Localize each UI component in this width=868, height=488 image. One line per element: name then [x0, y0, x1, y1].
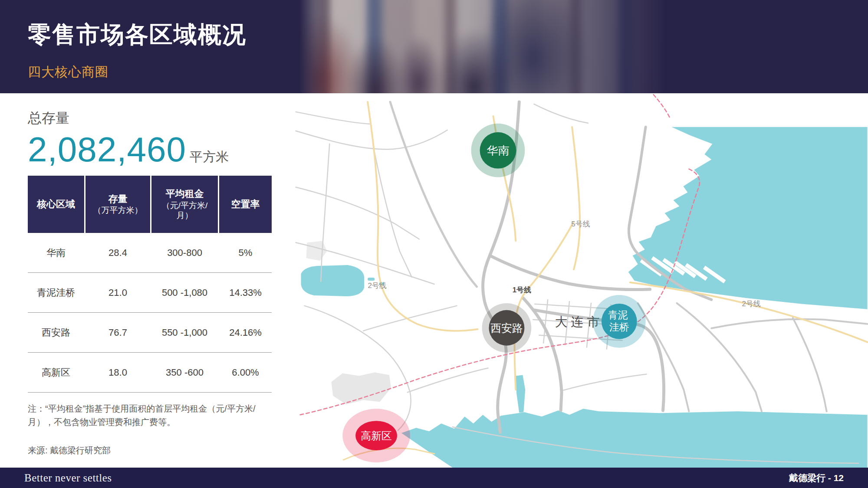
line2-west-label: 2号线	[368, 282, 386, 290]
marker-xianlu: 西安路	[482, 303, 532, 353]
marker-label: 青泥 洼桥	[608, 309, 631, 333]
cell-stock: 18.0	[85, 353, 150, 392]
col-header-rent: 平均租金 （元/平方米/月）	[151, 176, 218, 233]
total-stock-label: 总存量	[28, 109, 282, 128]
cell-stock: 28.4	[85, 233, 150, 272]
footnote: 注：“平均租金”指基于使用面积的首层平均租金（元/平方米/月），不包含物业管理费…	[28, 402, 270, 429]
source-note: 来源: 戴德梁行研究部	[28, 445, 282, 456]
line2-east-label: 2号线	[742, 300, 760, 308]
marker-label: 华南	[487, 144, 510, 157]
total-stock-value: 2,082,460	[28, 131, 186, 168]
pond	[368, 278, 375, 281]
market-table: 核心区域 存量 （万平方米） 平均租金 （元/平方米/月） 空置率	[28, 176, 272, 393]
page-title: 零售市场各区域概况	[28, 19, 247, 51]
stats-panel: 总存量 2,082,460 平方米 核心区域 存量 （万平方米） 平均租金	[28, 109, 282, 456]
col-header-rent-label: 平均租金	[166, 188, 204, 200]
col-header-stock-label: 存量	[108, 193, 128, 206]
marker-gaoxin: 高新区	[342, 409, 410, 462]
marker-label: 高新区	[361, 430, 392, 442]
col-header-vacancy: 空置率	[219, 176, 272, 233]
col-header-vacancy-label: 空置率	[231, 198, 260, 211]
col-header-stock-unit: （万平方米）	[93, 205, 143, 216]
cell-vacancy: 5%	[219, 233, 272, 272]
table-row: 华南 28.4 300-800 5%	[28, 233, 272, 273]
col-header-area: 核心区域	[28, 176, 84, 233]
cell-area: 西安路	[28, 313, 84, 352]
marker-huanan: 华南	[471, 124, 525, 177]
cell-rent: 550 -1,000	[151, 313, 218, 352]
cell-rent: 300-800	[151, 233, 218, 272]
marker-label: 西安路	[490, 322, 523, 334]
cell-vacancy: 6.00%	[219, 353, 272, 392]
header-photo	[299, 0, 673, 93]
col-header-rent-unit: （元/平方米/月）	[158, 200, 212, 221]
cell-vacancy: 14.33%	[219, 273, 272, 312]
cell-area: 高新区	[28, 353, 84, 392]
cell-area: 青泥洼桥	[28, 273, 84, 312]
col-header-stock: 存量 （万平方米）	[85, 176, 150, 233]
cell-rent: 500 -1,080	[151, 273, 218, 312]
marker-qingniwaqiao: 青泥 洼桥	[593, 295, 646, 348]
table-row: 西安路 76.7 550 -1,000 24.16%	[28, 313, 272, 353]
dalian-map: 5号线 2号线 1号线 2号线 大连市 华南 青泥 洼桥	[295, 93, 868, 468]
table-row: 青泥洼桥 21.0 500 -1,080 14.33%	[28, 273, 272, 313]
slide-footer: Better never settles 戴德梁行 - 12	[0, 468, 868, 488]
slide: 零售市场各区域概况 四大核心商圈 总存量 2,082,460 平方米 核心区域 …	[0, 0, 868, 488]
slide-body: 总存量 2,082,460 平方米 核心区域 存量 （万平方米） 平均租金	[0, 93, 868, 468]
page-subtitle: 四大核心商圈	[28, 63, 108, 81]
col-header-area-label: 核心区域	[37, 198, 75, 211]
cell-vacancy: 24.16%	[219, 313, 272, 352]
brand-tagline: Better never settles	[24, 472, 112, 484]
cell-stock: 76.7	[85, 313, 150, 352]
line1-label: 1号线	[513, 286, 531, 294]
total-stock-row: 2,082,460 平方米	[28, 131, 282, 168]
slide-header: 零售市场各区域概况 四大核心商圈	[0, 0, 868, 93]
cell-rent: 350 -600	[151, 353, 218, 392]
line5-label: 5号线	[571, 220, 590, 228]
header-photo-overlay	[299, 0, 673, 93]
page-number: 戴德梁行 - 12	[789, 472, 844, 484]
cell-area: 华南	[28, 233, 84, 272]
cell-stock: 21.0	[85, 273, 150, 312]
total-stock-unit: 平方米	[190, 148, 229, 166]
lake-west	[301, 265, 364, 296]
table-row: 高新区 18.0 350 -600 6.00%	[28, 353, 272, 393]
table-header-row: 核心区域 存量 （万平方米） 平均租金 （元/平方米/月） 空置率	[28, 176, 272, 233]
